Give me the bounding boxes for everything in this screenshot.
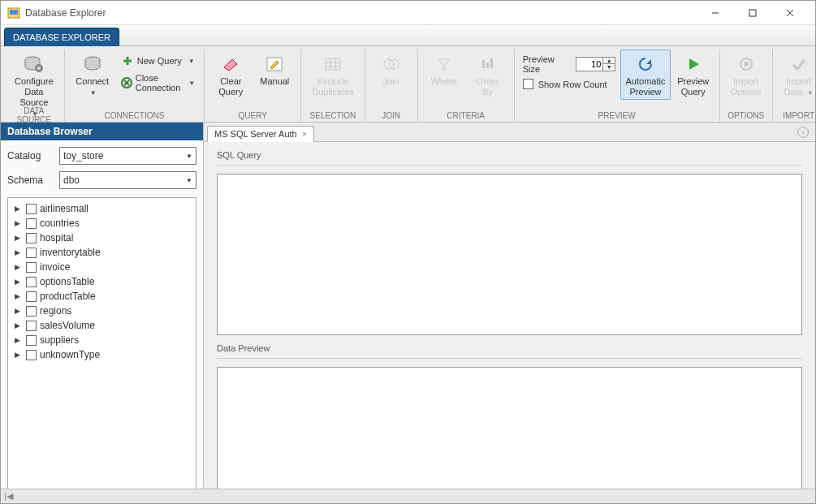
preview-size-input[interactable] xyxy=(576,57,603,71)
funnel-icon xyxy=(436,54,452,75)
tree-checkbox[interactable] xyxy=(26,248,37,258)
join-icon xyxy=(382,54,400,75)
tree-checkbox[interactable] xyxy=(26,262,37,273)
clear-query-label: Clear Query xyxy=(218,76,243,97)
tree-node[interactable]: ▶salesVolume xyxy=(10,318,194,333)
import-options-button[interactable]: Import Options xyxy=(725,50,767,100)
data-preview-label: Data Preview xyxy=(217,343,802,353)
where-button[interactable]: Where xyxy=(423,50,465,89)
dropdown-icon: ▼ xyxy=(90,89,97,97)
tree-node[interactable]: ▶regions xyxy=(10,304,194,318)
exclude-duplicates-button[interactable]: Exclude Duplicates xyxy=(306,50,359,100)
exclude-label: Exclude Duplicates xyxy=(312,76,353,97)
import-data-button[interactable]: Import Data ▼ xyxy=(778,50,816,101)
maximize-button[interactable] xyxy=(734,1,771,25)
document-tab[interactable]: MS SQL Server Auth × xyxy=(207,126,314,142)
expand-icon[interactable]: ▶ xyxy=(15,248,23,256)
close-connection-button[interactable]: Close Connection ▼ xyxy=(117,71,200,95)
show-row-count-checkbox[interactable] xyxy=(523,79,533,89)
close-button[interactable] xyxy=(771,1,809,25)
tree-node[interactable]: ▶airlinesmall xyxy=(10,201,194,216)
sql-query-box[interactable] xyxy=(217,174,802,335)
expand-icon[interactable]: ▶ xyxy=(15,234,23,242)
preview-query-label: Preview Query xyxy=(677,76,709,97)
preview-query-button[interactable]: Preview Query xyxy=(672,50,715,100)
ribbon-group-criteria: Where Order By CRITERIA xyxy=(418,50,515,122)
document-tab-label: MS SQL Server Auth xyxy=(214,129,297,139)
expand-icon[interactable]: ▶ xyxy=(15,292,23,300)
preview-size-label: Preview Size xyxy=(523,54,572,74)
manual-button[interactable]: Manual xyxy=(253,50,296,89)
svg-rect-16 xyxy=(326,58,340,70)
data-preview-box[interactable] xyxy=(217,367,802,497)
tree-checkbox[interactable] xyxy=(26,233,37,243)
group-label-selection: SELECTION xyxy=(306,111,359,122)
close-tab-icon[interactable]: × xyxy=(302,129,307,139)
tree-node-label: unknownType xyxy=(40,349,100,360)
tree-node[interactable]: ▶hospital xyxy=(10,230,194,245)
tree-checkbox[interactable] xyxy=(26,321,37,331)
tree-node[interactable]: ▶unknownType xyxy=(10,347,194,362)
tree-node[interactable]: ▶optionsTable xyxy=(10,274,194,289)
join-button[interactable]: Join xyxy=(370,50,412,89)
ribbon-group-options: Import Options OPTIONS xyxy=(720,50,773,122)
catalog-value: toy_store xyxy=(63,150,103,162)
expand-icon[interactable]: ▶ xyxy=(15,351,23,359)
spinner-buttons[interactable]: ▲▼ xyxy=(603,57,615,71)
order-by-button[interactable]: Order By xyxy=(467,50,509,100)
tree-node-label: regions xyxy=(40,305,71,317)
tree-checkbox[interactable] xyxy=(26,335,37,346)
import-options-label: Import Options xyxy=(731,76,762,97)
connect-button[interactable]: Connect▼ xyxy=(70,50,115,101)
tree-checkbox[interactable] xyxy=(26,204,37,214)
group-label-query: QUERY xyxy=(209,111,296,122)
tree-node[interactable]: ▶countries xyxy=(10,216,194,230)
clear-query-button[interactable]: Clear Query xyxy=(209,50,252,100)
expand-icon[interactable]: ▶ xyxy=(15,263,23,271)
expand-icon[interactable]: ▶ xyxy=(15,336,23,344)
tree-node[interactable]: ▶invoice xyxy=(10,260,194,274)
tree-node-label: invoice xyxy=(40,261,70,273)
ribbon-group-query: Clear Query Manual QUERY xyxy=(205,50,301,122)
expand-icon[interactable]: ▶ xyxy=(15,307,23,315)
catalog-select[interactable]: toy_store ▼ xyxy=(59,147,196,165)
orderby-label: Order By xyxy=(477,76,499,97)
expand-icon[interactable]: ▶ xyxy=(15,321,23,330)
tree-checkbox[interactable] xyxy=(26,277,37,287)
minimize-button[interactable] xyxy=(697,1,734,25)
tree-node-label: suppliers xyxy=(40,334,79,346)
nav-prev-icon[interactable]: |◀ xyxy=(4,491,13,502)
group-label-criteria: CRITERIA xyxy=(423,111,509,122)
tab-database-explorer[interactable]: DATABASE EXPLORER xyxy=(4,28,119,46)
tree-checkbox[interactable] xyxy=(26,350,37,360)
tree-node[interactable]: ▶productTable xyxy=(10,289,194,304)
dropdown-icon: ▼ xyxy=(807,89,814,97)
tree-node[interactable]: ▶inventorytable xyxy=(10,245,194,260)
schema-value: dbo xyxy=(63,174,80,186)
tab-options-icon[interactable]: ◦ xyxy=(797,127,809,138)
tree-node-label: salesVolume xyxy=(40,320,95,331)
catalog-label: Catalog xyxy=(7,150,53,162)
group-label-join: JOIN xyxy=(370,111,412,122)
expand-icon[interactable]: ▶ xyxy=(15,205,23,213)
automatic-preview-button[interactable]: Automatic Preview xyxy=(620,50,670,100)
tree-checkbox[interactable] xyxy=(26,218,37,229)
schema-label: Schema xyxy=(7,174,53,186)
ribbon-group-data-source: Configure Data Source ▼ DATA SOURCE xyxy=(4,50,65,122)
tree-checkbox[interactable] xyxy=(26,306,37,317)
tree-checkbox[interactable] xyxy=(26,291,37,302)
table-tree[interactable]: ▶airlinesmall▶countries▶hospital▶invento… xyxy=(7,197,196,498)
svg-rect-3 xyxy=(749,10,756,16)
schema-select[interactable]: dbo ▼ xyxy=(59,171,196,189)
tree-node-label: productTable xyxy=(40,291,96,302)
tree-node[interactable]: ▶suppliers xyxy=(10,333,194,347)
tree-node-label: countries xyxy=(40,218,80,229)
group-label-preview: PREVIEW xyxy=(520,111,715,122)
sort-icon xyxy=(480,54,496,75)
expand-icon[interactable]: ▶ xyxy=(15,278,23,286)
new-query-button[interactable]: New Query ▼ xyxy=(117,53,200,69)
expand-icon[interactable]: ▶ xyxy=(15,219,23,227)
join-label: Join xyxy=(383,76,399,87)
main-area: Database Browser Catalog toy_store ▼ Sch… xyxy=(1,123,815,504)
status-bar: |◀ xyxy=(1,489,815,503)
